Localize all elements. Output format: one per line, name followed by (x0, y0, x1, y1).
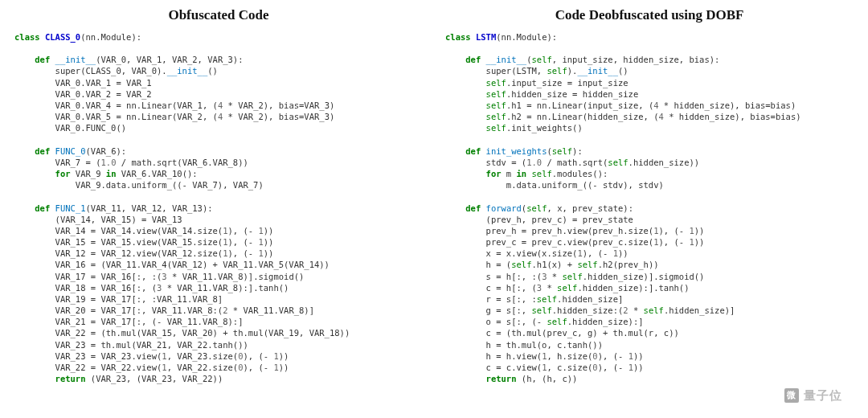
watermark-text: 量子位 (804, 387, 842, 404)
right-column: Code Deobfuscated using DOBF class LSTM(… (445, 6, 854, 418)
left-title: Obfuscated Code (14, 6, 423, 25)
right-title: Code Deobfuscated using DOBF (445, 6, 854, 25)
wechat-icon: 微 (784, 388, 799, 403)
right-code-block: class LSTM(nn.Module): def __init__(self… (445, 31, 854, 384)
watermark: 微 量子位 (784, 387, 842, 404)
left-column: Obfuscated Code class CLASS_0(nn.Module)… (14, 6, 423, 418)
two-column-layout: Obfuscated Code class CLASS_0(nn.Module)… (0, 0, 868, 418)
left-code-block: class CLASS_0(nn.Module): def __init__(V… (14, 31, 423, 384)
